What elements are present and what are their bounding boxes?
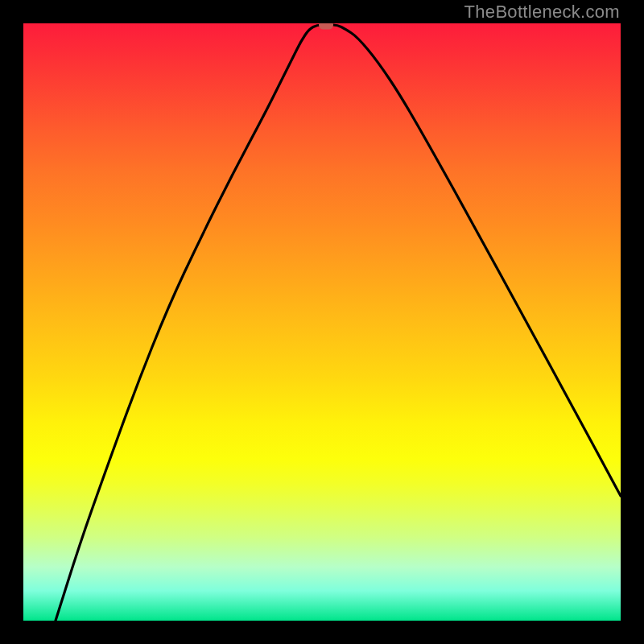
chart-plot-area [23,23,621,621]
optimal-marker [319,23,333,30]
watermark-text: TheBottleneck.com [464,2,620,23]
bottleneck-curve [23,23,621,621]
